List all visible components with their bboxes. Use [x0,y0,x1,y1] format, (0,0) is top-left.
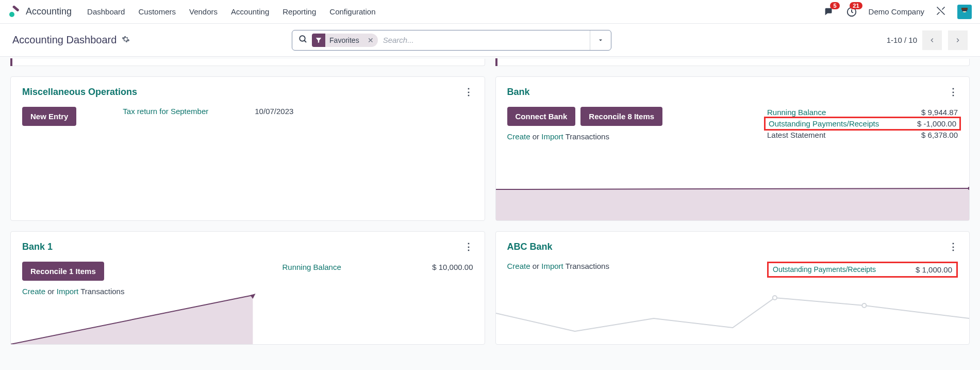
running-balance-link[interactable]: Running Balance [283,263,341,271]
running-balance-link[interactable]: Running Balance [767,108,826,117]
activity-badge: 21 [850,2,862,9]
nav-customers[interactable]: Customers [138,7,176,16]
activity-icon[interactable]: 21 [846,6,857,18]
search-input[interactable] [378,36,586,44]
svg-rect-5 [962,10,967,11]
kebab-icon[interactable]: ⋮ [949,241,958,252]
create-link[interactable]: Create [507,262,530,270]
create-link[interactable]: Create [507,132,530,141]
svg-rect-1 [12,6,20,12]
svg-point-7 [300,36,305,41]
svg-line-8 [304,40,306,42]
pager-prev[interactable] [922,30,942,50]
gear-icon[interactable] [122,35,130,45]
new-entry-button[interactable]: New Entry [22,107,76,126]
transactions-text: Transactions [566,132,609,141]
transactions-text: Transactions [566,262,609,270]
top-navbar: Accounting Dashboard Customers Vendors A… [0,0,980,24]
card-title[interactable]: ABC Bank [507,242,553,252]
reconcile-button[interactable]: Reconcile 8 Items [580,107,662,126]
abc-sparkline [496,282,970,344]
kebab-icon[interactable]: ⋮ [464,86,473,98]
nav-dashboard[interactable]: Dashboard [87,7,125,16]
search-dropdown-toggle[interactable] [590,37,611,43]
bank-sparkline [496,174,970,220]
company-selector[interactable]: Demo Company [869,7,924,16]
card-stub [10,59,485,66]
card-title[interactable]: Bank [507,87,530,98]
tax-return-link[interactable]: Tax return for September [123,107,208,116]
card-bank-1: Bank 1 ⋮ Reconcile 1 Items Create or Imp… [10,231,485,345]
outstanding-value: $ 1,000.00 [916,265,952,274]
filter-chip-remove[interactable]: ✕ [363,36,378,44]
card-bank: Bank ⋮ Connect Bank Reconcile 8 Items Cr… [495,76,970,221]
control-bar: Accounting Dashboard Favorites ✕ 1-10 / … [0,24,980,57]
svg-point-0 [9,12,14,17]
outstanding-link[interactable]: Outstanding Payments/Receipts [769,119,879,128]
nav-vendors[interactable]: Vendors [189,7,218,16]
connect-bank-button[interactable]: Connect Bank [507,107,576,126]
reconcile-button[interactable]: Reconcile 1 Items [22,262,104,281]
tax-return-date: 10/07/2023 [255,107,293,116]
kebab-icon[interactable]: ⋮ [464,241,473,252]
search-icon [298,35,308,45]
or-text: or [533,262,539,270]
nav-reporting[interactable]: Reporting [283,7,316,16]
svg-rect-6 [961,8,968,10]
card-misc-operations: Miscellaneous Operations ⋮ New Entry Tax… [10,76,485,221]
kebab-icon[interactable]: ⋮ [949,86,958,98]
filter-chip-label: Favorites [325,36,363,44]
filter-chip-favorites: Favorites ✕ [312,34,378,47]
pager-counter[interactable]: 1-10 / 10 [887,36,917,44]
user-avatar[interactable] [957,5,972,19]
search-box[interactable]: Favorites ✕ [292,30,611,51]
card-title[interactable]: Bank 1 [22,242,53,252]
running-balance-value: $ 9,944.87 [921,108,958,117]
tools-icon[interactable] [936,6,946,18]
bank1-sparkline [11,287,485,344]
outstanding-value: $ -1,000.00 [917,119,956,128]
outstanding-link[interactable]: Outstanding Payments/Receipts [773,265,876,274]
nav-accounting[interactable]: Accounting [231,7,269,16]
app-name[interactable]: Accounting [26,6,72,17]
or-text: or [533,132,539,141]
page-title: Accounting Dashboard [12,34,117,46]
latest-statement-label: Latest Statement [767,131,825,139]
discuss-icon[interactable]: 5 [823,6,835,18]
svg-point-11 [862,303,866,308]
app-logo [8,6,21,18]
funnel-icon [312,34,325,47]
card-abc-bank: ABC Bank ⋮ Create or Import Transactions… [495,231,970,345]
latest-statement-value: $ 6,378.00 [921,131,958,139]
discuss-badge: 5 [830,2,839,9]
svg-point-10 [772,296,776,300]
import-link[interactable]: Import [541,262,563,270]
card-title[interactable]: Miscellaneous Operations [22,87,137,98]
import-link[interactable]: Import [541,132,563,141]
running-balance-value: $ 10,000.00 [432,263,473,271]
nav-configuration[interactable]: Configuration [329,7,375,16]
card-stub [495,59,970,66]
pager-next[interactable] [948,30,968,50]
